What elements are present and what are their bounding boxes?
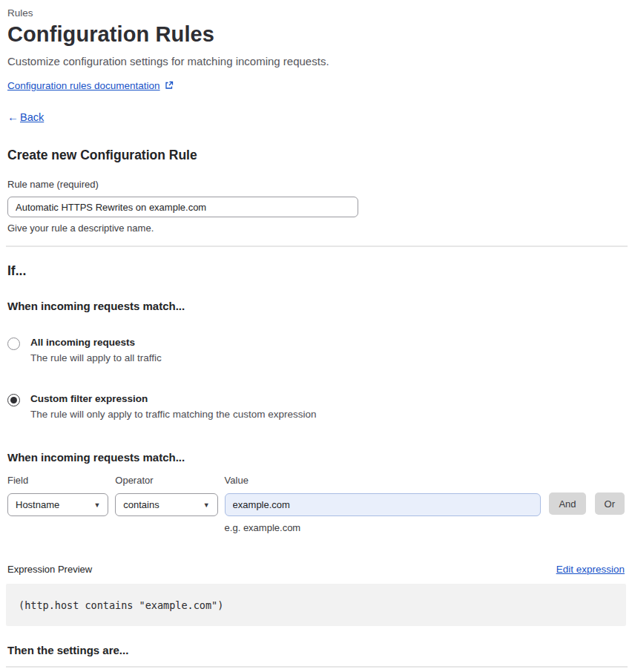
value-hint: e.g. example.com bbox=[225, 522, 542, 533]
page-subtitle: Customize configuration settings for mat… bbox=[7, 55, 625, 67]
radio-checked-icon[interactable] bbox=[7, 394, 20, 406]
radio-option-all-requests[interactable]: All incoming requests The rule will appl… bbox=[7, 337, 625, 363]
radio-option-custom-filter[interactable]: Custom filter expression The rule will o… bbox=[7, 393, 625, 420]
expression-code-box: (http.host contains "example.com") bbox=[6, 584, 626, 626]
rule-name-help: Give your rule a descriptive name. bbox=[7, 223, 625, 234]
external-link-icon bbox=[165, 81, 174, 92]
operator-column-label: Operator bbox=[115, 475, 217, 486]
back-arrow-icon: ← bbox=[7, 111, 19, 123]
radio-option-label: Custom filter expression bbox=[30, 393, 316, 404]
chevron-down-icon: ▼ bbox=[203, 501, 210, 509]
rule-name-label: Rule name (required) bbox=[7, 179, 625, 190]
back-link-label[interactable]: Back bbox=[20, 111, 44, 123]
create-rule-heading: Create new Configuration Rule bbox=[7, 148, 625, 163]
field-column-label: Field bbox=[7, 475, 108, 486]
radio-option-description: The rule will only apply to traffic matc… bbox=[30, 409, 316, 420]
documentation-link[interactable]: Configuration rules documentation bbox=[7, 80, 160, 91]
edit-expression-link[interactable]: Edit expression bbox=[556, 564, 625, 575]
if-heading: If... bbox=[7, 263, 625, 279]
radio-option-description: The rule will apply to all traffic bbox=[30, 352, 162, 363]
operator-select[interactable]: contains ▼ bbox=[115, 493, 217, 516]
then-heading: Then the settings are... bbox=[7, 644, 625, 656]
value-column-label: Value bbox=[225, 475, 542, 486]
value-input[interactable] bbox=[225, 493, 542, 516]
back-link[interactable]: ← Back bbox=[7, 111, 625, 123]
section-divider bbox=[6, 246, 628, 247]
radio-option-label: All incoming requests bbox=[30, 337, 162, 348]
field-select[interactable]: Hostname ▼ bbox=[7, 493, 108, 516]
setting-card-automatic-https-rewrites: Automatic HTTPS Rewrites (optional) Turn… bbox=[6, 666, 628, 672]
match-heading-1: When incoming requests match... bbox=[7, 300, 625, 312]
or-button[interactable]: Or bbox=[595, 493, 625, 515]
expression-preview-label: Expression Preview bbox=[7, 564, 92, 575]
chevron-down-icon: ▼ bbox=[93, 501, 100, 509]
field-select-value: Hostname bbox=[16, 499, 59, 510]
page-title: Configuration Rules bbox=[7, 22, 625, 47]
operator-select-value: contains bbox=[123, 499, 159, 510]
breadcrumb: Rules bbox=[7, 7, 625, 19]
and-button[interactable]: And bbox=[549, 493, 585, 515]
radio-unchecked-icon[interactable] bbox=[7, 337, 20, 350]
rule-name-input[interactable] bbox=[7, 197, 358, 217]
match-heading-2: When incoming requests match... bbox=[7, 451, 625, 464]
